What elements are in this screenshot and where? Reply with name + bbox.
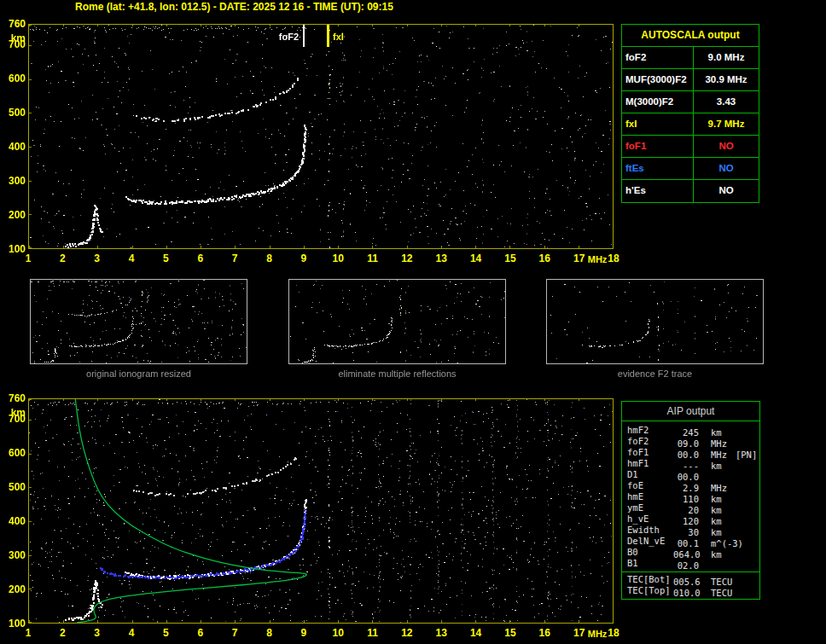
aip-param-label: h_vE xyxy=(627,513,673,525)
autoscala-param-value: 30.9 MHz xyxy=(694,69,759,90)
autoscala-param-value: 3.43 xyxy=(694,91,759,113)
thumbnail-caption: original ionogram resized xyxy=(30,368,247,379)
aip-param-value: 010.0 xyxy=(673,588,699,599)
y-tick-label: 300 xyxy=(0,550,26,560)
autoscala-param-label: foF1 xyxy=(622,136,694,157)
y-tick-label: 500 xyxy=(0,482,26,492)
thumbnail-panel xyxy=(546,279,764,364)
aip-param-label: Ewidth xyxy=(627,525,673,536)
x-tick-label: 5 xyxy=(155,628,176,638)
autoscala-param-value: 9.0 MHz xyxy=(694,47,759,68)
autoscala-table-title: AUTOSCALA output xyxy=(622,25,759,47)
thumbnail-panel xyxy=(288,279,506,364)
autoscala-screen: Rome (lat: +41.8, lon: 012.5) - DATE: 20… xyxy=(0,0,826,644)
x-tick-label: 13 xyxy=(431,628,451,638)
autoscala-param-value: NO xyxy=(694,180,759,202)
x-tick-label: 11 xyxy=(363,628,383,638)
thumbnail-canvas xyxy=(31,280,247,363)
aip-row: Ewidth30km xyxy=(627,525,759,536)
aip-row: foE2.9MHz xyxy=(627,480,759,491)
x-tick-label: 1 xyxy=(18,253,38,264)
thumbnail-caption: evidence F2 trace xyxy=(546,368,764,379)
aip-table-rows: hmF2245kmfoF209.0MHzfoF100.0MHz[PN]hmF1-… xyxy=(622,421,759,569)
x-axis-unit-label: MHz xyxy=(585,254,609,264)
aip-param-label: D1 xyxy=(627,469,673,480)
autoscala-row: M(3000)F23.43 xyxy=(622,91,759,113)
aip-param-label: B0 xyxy=(627,547,673,558)
x-tick-label: 3 xyxy=(87,628,108,638)
aip-param-label: B1 xyxy=(627,558,673,569)
thumbnail-canvas xyxy=(289,280,505,363)
aip-output-table: AIP output hmF2245kmfoF209.0MHzfoF100.0M… xyxy=(621,401,760,600)
aip-row: foF100.0MHz[PN] xyxy=(627,447,759,458)
profile-ionogram-panel xyxy=(28,398,614,624)
y-tick-label: 600 xyxy=(0,448,26,458)
y-tick-label: 200 xyxy=(0,210,26,220)
aip-tec-rows: TEC[Bot]005.6TECUTEC[Top]010.0TECU xyxy=(622,572,759,596)
y-tick-label: 400 xyxy=(0,142,26,152)
autoscala-output-table: AUTOSCALA output foF29.0 MHzMUF(3000)F23… xyxy=(621,24,759,203)
autoscala-row: foF29.0 MHz xyxy=(622,47,759,69)
aip-row: hmF2245km xyxy=(627,425,759,436)
aip-param-value: 02.0 xyxy=(673,560,699,571)
x-tick-label: 10 xyxy=(328,253,348,264)
x-tick-label: 4 xyxy=(121,253,142,264)
aip-param-label: foF1 xyxy=(627,447,673,458)
thumbnail-canvas xyxy=(547,280,763,363)
aip-param-label: hmF1 xyxy=(627,458,673,469)
autoscala-row: MUF(3000)F230.9 MHz xyxy=(622,69,759,91)
aip-param-label: ymE xyxy=(627,502,673,513)
x-tick-label: 2 xyxy=(52,628,73,638)
autoscala-param-value: 9.7 MHz xyxy=(694,113,759,135)
thumbnail-caption: eliminate multiple reflections xyxy=(288,368,506,379)
x-tick-label: 14 xyxy=(466,253,486,264)
x-tick-label: 15 xyxy=(500,628,521,638)
x-tick-label: 8 xyxy=(259,253,279,264)
autoscala-param-label: M(3000)F2 xyxy=(622,91,694,113)
y-axis-unit-label: km xyxy=(0,33,26,44)
aip-row: DelN_vE00.1m^(-3) xyxy=(627,536,759,547)
x-axis-unit-label: MHz xyxy=(585,629,609,639)
autoscala-param-label: ftEs xyxy=(622,158,694,179)
x-tick-label: 5 xyxy=(155,253,176,264)
scaled-ionogram-panel xyxy=(28,24,614,249)
scaled-ionogram-canvas xyxy=(29,25,613,248)
autoscala-param-label: fxI xyxy=(622,113,694,135)
x-tick-label: 16 xyxy=(534,253,555,264)
x-tick-label: 11 xyxy=(363,253,383,264)
x-tick-label: 12 xyxy=(397,628,417,638)
x-tick-label: 14 xyxy=(466,628,486,638)
aip-row: h_vE120km xyxy=(627,513,759,525)
station-date-time-header: Rome (lat: +41.8, lon: 012.5) - DATE: 20… xyxy=(75,1,393,13)
aip-param-label: hmF2 xyxy=(627,425,673,436)
y-tick-label: 300 xyxy=(0,176,26,186)
aip-param-unit: TECU xyxy=(711,588,732,599)
y-tick-label: 500 xyxy=(0,107,26,118)
x-tick-label: 16 xyxy=(534,628,555,638)
y-tick-label: 760 xyxy=(0,19,26,29)
y-tick-label: 400 xyxy=(0,516,26,526)
autoscala-param-label: foF2 xyxy=(622,47,694,68)
x-tick-label: 6 xyxy=(190,628,211,638)
aip-table-title: AIP output xyxy=(622,402,759,421)
aip-row: foF209.0MHz xyxy=(627,436,759,447)
aip-row: ymE20km xyxy=(627,502,759,513)
aip-param-label: foF2 xyxy=(627,436,673,447)
x-tick-label: 3 xyxy=(87,253,108,264)
autoscala-param-value: NO xyxy=(694,158,759,179)
aip-param-label: hmE xyxy=(627,491,673,502)
aip-param-label: foE xyxy=(627,480,673,491)
autoscala-row: ftEsNO xyxy=(622,158,759,180)
profile-ionogram-canvas xyxy=(29,399,613,623)
aip-row: B102.0 xyxy=(627,558,759,569)
x-tick-label: 2 xyxy=(52,253,73,264)
x-tick-label: 8 xyxy=(259,628,279,638)
x-tick-label: 1 xyxy=(18,628,38,638)
y-tick-label: 200 xyxy=(0,584,26,595)
aip-param-note: [PN] xyxy=(736,450,757,461)
thumbnail-panel xyxy=(30,279,247,364)
x-tick-label: 9 xyxy=(294,628,314,638)
autoscala-row: fxI9.7 MHz xyxy=(622,113,759,136)
autoscala-row: foF1NO xyxy=(622,136,759,158)
x-tick-label: 4 xyxy=(121,628,142,638)
